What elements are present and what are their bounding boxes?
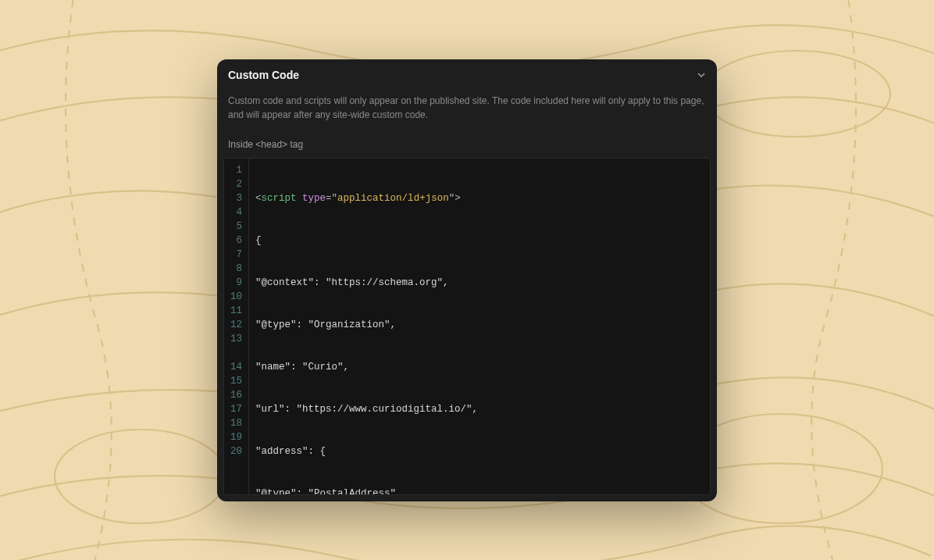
custom-code-panel: Custom Code Custom code and scripts will… bbox=[217, 59, 717, 501]
code-editor[interactable]: 1 2 3 4 5 6 7 8 9 10 11 12 13 14 15 16 1… bbox=[223, 158, 711, 495]
code-line: "@type": "PostalAddress", bbox=[255, 487, 704, 495]
panel-header[interactable]: Custom Code bbox=[217, 59, 717, 89]
chevron-down-icon[interactable] bbox=[697, 70, 706, 80]
code-line: { bbox=[255, 234, 704, 248]
panel-description: Custom code and scripts will only appear… bbox=[217, 89, 717, 133]
code-line: "name": "Curio", bbox=[255, 360, 704, 374]
code-content[interactable]: <script type="application/ld+json"> { "@… bbox=[249, 159, 710, 494]
panel-title: Custom Code bbox=[228, 69, 299, 81]
section-label-head: Inside <head> tag bbox=[217, 133, 717, 158]
code-line: "@context": "https://schema.org", bbox=[255, 276, 704, 290]
svg-point-0 bbox=[55, 430, 226, 523]
line-number-gutter: 1 2 3 4 5 6 7 8 9 10 11 12 13 14 15 16 1… bbox=[224, 159, 249, 494]
code-line: "url": "https://www.curiodigital.io/", bbox=[255, 402, 704, 416]
code-line: "address": { bbox=[255, 444, 704, 458]
svg-point-1 bbox=[703, 51, 890, 137]
code-line: "@type": "Organization", bbox=[255, 318, 704, 332]
code-line: <script type="application/ld+json"> bbox=[255, 191, 704, 205]
